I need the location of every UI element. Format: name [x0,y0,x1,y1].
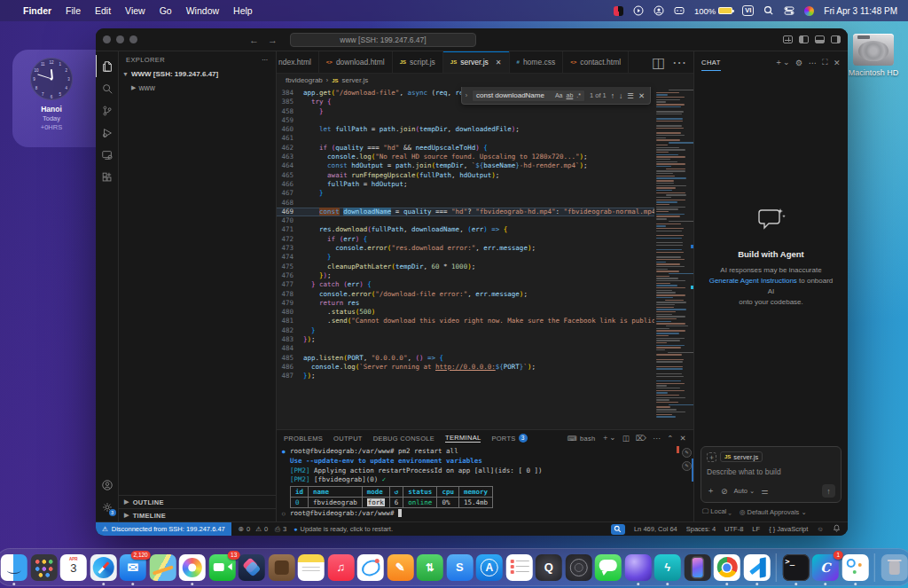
menu-item-finder[interactable]: Finder [23,5,51,16]
chat-tools-icon[interactable]: ⊘ [721,487,728,496]
menu-item-file[interactable]: File [66,5,81,16]
panel-tab-output[interactable]: OUTPUT [333,435,363,443]
regex-icon[interactable]: .* [576,92,581,98]
explorer-more-actions-icon[interactable]: ⋯ [262,56,269,64]
toggle-panel-icon[interactable] [815,35,825,43]
explorer-folder-www[interactable]: ▶www [119,81,276,94]
chat-target-picker[interactable]: 🖵 Local ⌄ [702,507,732,516]
account-icon[interactable] [96,474,119,496]
panel-tab-problems[interactable]: PROBLEMS [284,435,323,443]
menu-item-go[interactable]: Go [160,5,172,16]
minimap[interactable] [654,87,693,429]
dock-maps-icon[interactable] [149,554,176,581]
code-line-465[interactable]: 465await runFfmpegUpscale(fullPath, hdOu… [277,171,654,180]
spotlight-icon[interactable] [763,5,774,16]
editor-more-actions-icon[interactable]: ⋯ [672,54,686,71]
encoding[interactable]: UTF-8 [724,525,743,533]
chat-sliders-icon[interactable]: ⚌ [761,487,768,496]
dock-facetime-icon[interactable]: 13 [208,554,235,581]
play-status-icon[interactable] [633,5,644,16]
dock-quicktime-icon[interactable]: Q [536,554,562,581]
code-line-481[interactable]: 481.send("Cannot download this video rig… [277,317,654,325]
dock-iphone-mirroring-icon[interactable] [684,554,710,581]
menu-item-window[interactable]: Window [186,5,219,16]
chat-close-icon[interactable]: ✕ [834,59,841,67]
terminal-session-icon[interactable]: ✎ [682,448,692,458]
code-line-468[interactable]: 468 [277,199,654,208]
extensions-icon[interactable] [96,166,119,188]
dock-infuse-icon[interactable] [565,554,591,581]
find-next-icon[interactable]: ↓ [619,91,622,100]
terminal[interactable]: ✎ ✎ ●root@fbvideograb:/var/www# pm2 rest… [277,446,693,521]
code-line-482[interactable]: 482} [277,326,654,335]
panel-close-icon[interactable]: ✕ [680,434,686,443]
split-terminal-icon[interactable]: ◫ [622,434,630,443]
code-line-469[interactable]: 469const downloadName = quality === "hd"… [277,208,654,216]
user-status-icon[interactable] [654,5,664,16]
dock-freeform-icon[interactable] [357,554,384,581]
whole-word-icon[interactable]: ab [567,92,574,98]
match-case-icon[interactable]: Aa [555,92,563,98]
find-toggle-replace-icon[interactable]: › [466,92,467,98]
dock-notes-icon[interactable] [298,554,325,581]
indentation[interactable]: Spaces: 4 [686,525,716,533]
chat-mode-picker[interactable]: Auto ⌄ [734,487,755,495]
code-line-476[interactable]: 476}); [277,271,654,280]
customize-layout-icon[interactable] [783,35,793,43]
code-line-461[interactable]: 461 [277,134,654,143]
code-line-458[interactable]: 458} [277,107,654,116]
update-status[interactable]: ●Update is ready, click to restart. [294,525,393,533]
panel-maximize-icon[interactable]: ⌃ [667,434,673,443]
nav-back-icon[interactable]: ← [249,35,259,45]
desktop-disk-icon[interactable]: Macintosh HD [847,34,900,77]
ports-status[interactable]: ⎙3 [275,525,286,534]
chat-approvals-picker[interactable]: ◎ Default Approvals ⌄ [740,508,807,516]
minimize-window-button[interactable] [116,35,124,43]
explorer-icon[interactable] [96,55,119,77]
source-control-icon[interactable] [96,99,119,122]
chat-more-icon[interactable]: ⋯ [809,59,818,67]
app-status-icon[interactable] [614,6,623,16]
code-line-466[interactable]: 466fullPath = hdOutput; [277,180,654,189]
control-center-icon[interactable] [784,5,794,16]
chat-send-button[interactable]: ↑ [822,484,835,498]
input-source-indicator[interactable]: VI [742,5,754,16]
chat-tab[interactable]: CHAT [701,54,721,71]
dock-passwords-icon[interactable] [841,554,868,581]
code-line-467[interactable]: 467} [277,189,654,198]
notifications-bell-icon[interactable] [833,524,841,534]
dock-vscode-icon[interactable] [743,554,770,581]
dock-reminders-icon[interactable] [505,554,532,581]
panel-tab-terminal[interactable]: TERMINAL [445,434,481,443]
find-previous-icon[interactable]: ↑ [611,91,614,100]
dock-vpn-globe-icon[interactable] [624,554,651,581]
command-center[interactable]: www [SSH: 199.247.6.47] [290,33,476,47]
terminal-shell-label[interactable]: ⌨bash [568,435,596,443]
code-line-462[interactable]: 462if (quality === "hd" && needUpscaleTo… [277,144,654,153]
close-tab-icon[interactable]: ✕ [496,59,502,67]
language-mode[interactable]: { } JavaScript [769,525,808,533]
close-window-button[interactable] [103,35,111,43]
code-line-479[interactable]: 479return res [277,299,654,308]
pinwheel-app-icon[interactable] [804,6,814,16]
run-debug-icon[interactable] [96,122,119,144]
feedback-icon[interactable]: ☺ [817,525,824,533]
code-line-464[interactable]: 464const hdOutput = path.join(tempDir, `… [277,161,654,170]
code-line-474[interactable]: 474} [277,253,654,262]
code-line-487[interactable]: 487}); [277,372,654,380]
tab-script-js[interactable]: JSscript.js [393,51,443,73]
panel-tab-debug-console[interactable]: DEBUG CONSOLE [373,435,434,443]
dock-terminal-icon[interactable]: >_ [782,554,809,581]
terminal-session-icon[interactable]: ✎ [682,461,692,471]
keystroke-status-icon[interactable] [674,5,685,16]
dock-trash-icon[interactable] [881,554,907,581]
dock-shadowsocks-icon[interactable]: S [446,554,473,581]
code-line-463[interactable]: 463console.log("No real HD source found.… [277,153,654,161]
generate-agent-instructions-link[interactable]: Generate Agent Instructions [709,277,797,285]
tab-ndex-html[interactable]: ndex.html [277,51,319,73]
menu-item-view[interactable]: View [125,5,145,16]
find-widget[interactable]: › const downloadName Aa ab .* 1 of 1 ↑ ↓… [461,87,651,105]
code-line-470[interactable]: 470 [277,216,654,225]
dock-transfer-icon[interactable]: ⇅ [417,554,443,581]
code-line-472[interactable]: 472if (err) { [277,235,654,244]
